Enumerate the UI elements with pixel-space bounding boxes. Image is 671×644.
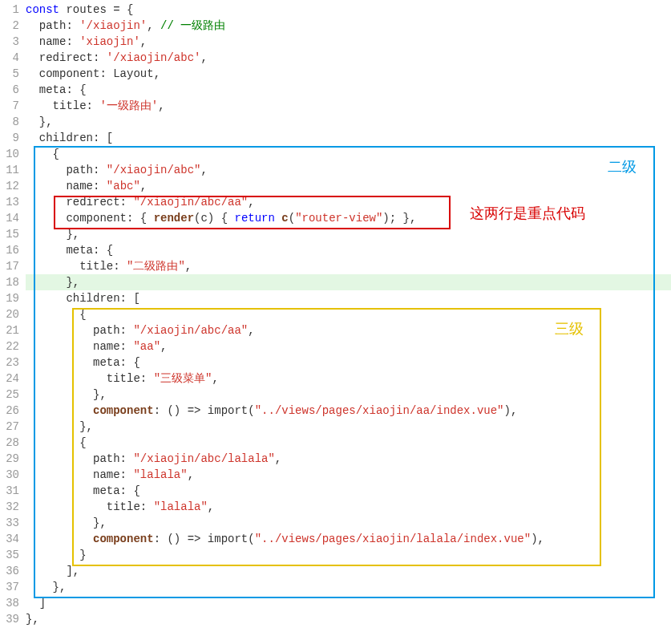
- line-number: 14: [0, 210, 19, 226]
- line-number: 27: [0, 419, 19, 435]
- line-number: 9: [0, 130, 19, 146]
- line-number: 10: [0, 146, 19, 162]
- line-number: 32: [0, 499, 19, 515]
- line-number: 35: [0, 547, 19, 563]
- line-number: 37: [0, 579, 19, 595]
- code-editor: 1234567891011121314151617181920212223242…: [0, 0, 671, 644]
- code-line: path: "/xiaojin/abc",: [26, 162, 671, 178]
- line-number: 16: [0, 242, 19, 258]
- code-line: },: [26, 226, 671, 242]
- code-line: title: "三级菜单",: [26, 371, 671, 387]
- line-number: 22: [0, 338, 19, 354]
- code-line: redirect: '/xiaojin/abc',: [26, 50, 671, 66]
- code-line: component: { render(c) { return c("route…: [26, 210, 671, 226]
- line-number: 25: [0, 387, 19, 403]
- code-line: name: "aa",: [26, 338, 671, 354]
- line-gutter: 1234567891011121314151617181920212223242…: [0, 0, 26, 644]
- line-number: 28: [0, 435, 19, 451]
- code-line: }: [26, 547, 671, 563]
- code-line: path: "/xiaojin/abc/lalala",: [26, 451, 671, 467]
- code-line: name: 'xiaojin',: [26, 34, 671, 50]
- code-line: children: [: [26, 130, 671, 146]
- code-line: },: [26, 387, 671, 403]
- line-number: 33: [0, 515, 19, 531]
- code-line: component: () => import("../views/pages/…: [26, 403, 671, 419]
- line-number: 1: [0, 2, 19, 18]
- code-line: {: [26, 146, 671, 162]
- line-number: 13: [0, 194, 19, 210]
- line-number: 23: [0, 354, 19, 371]
- code-line: component: () => import("../views/pages/…: [26, 531, 671, 547]
- code-line: },: [26, 579, 671, 595]
- code-line: path: "/xiaojin/abc/aa",: [26, 322, 671, 338]
- code-line: title: '一级路由',: [26, 98, 671, 114]
- line-number: 29: [0, 451, 19, 467]
- line-number: 8: [0, 114, 19, 130]
- line-number: 36: [0, 563, 19, 579]
- code-line: name: "lalala",: [26, 467, 671, 483]
- code-line: children: [: [26, 290, 671, 306]
- code-line: path: '/xiaojin', // 一级路由: [26, 18, 671, 34]
- line-number: 12: [0, 178, 19, 194]
- line-number: 6: [0, 82, 19, 98]
- line-number: 17: [0, 258, 19, 274]
- code-line: ],: [26, 563, 671, 579]
- code-line: component: Layout,: [26, 66, 671, 82]
- line-number: 7: [0, 98, 19, 114]
- code-line: redirect: "/xiaojin/abc/aa",: [26, 194, 671, 210]
- code-line: },: [26, 515, 671, 531]
- code-line: {: [26, 435, 671, 451]
- code-line: },: [26, 274, 671, 290]
- code-line: meta: {: [26, 354, 671, 371]
- code-line: meta: {: [26, 483, 671, 499]
- line-number: 31: [0, 483, 19, 499]
- line-number: 24: [0, 371, 19, 387]
- code-line: const routes = {: [26, 2, 671, 18]
- line-number: 18: [0, 274, 19, 290]
- code-line: },: [26, 419, 671, 435]
- code-line: {: [26, 306, 671, 322]
- line-number: 19: [0, 290, 19, 306]
- line-number: 3: [0, 34, 19, 50]
- code-area: const routes = { path: '/xiaojin', // 一级…: [26, 0, 671, 644]
- code-line: },: [26, 611, 671, 627]
- line-number: 39: [0, 611, 19, 627]
- line-number: 30: [0, 467, 19, 483]
- code-line: meta: {: [26, 242, 671, 258]
- line-number: 34: [0, 531, 19, 547]
- code-line: ]: [26, 595, 671, 611]
- line-number: 26: [0, 403, 19, 419]
- line-number: 20: [0, 306, 19, 322]
- line-number: 15: [0, 226, 19, 242]
- code-line: meta: {: [26, 82, 671, 98]
- line-number: 38: [0, 595, 19, 611]
- code-line: title: "二级路由",: [26, 258, 671, 274]
- line-number: 2: [0, 18, 19, 34]
- code-line: name: "abc",: [26, 178, 671, 194]
- line-number: 5: [0, 66, 19, 82]
- code-line: },: [26, 114, 671, 130]
- line-number: 11: [0, 162, 19, 178]
- code-line: title: "lalala",: [26, 499, 671, 515]
- line-number: 21: [0, 322, 19, 338]
- line-number: 4: [0, 50, 19, 66]
